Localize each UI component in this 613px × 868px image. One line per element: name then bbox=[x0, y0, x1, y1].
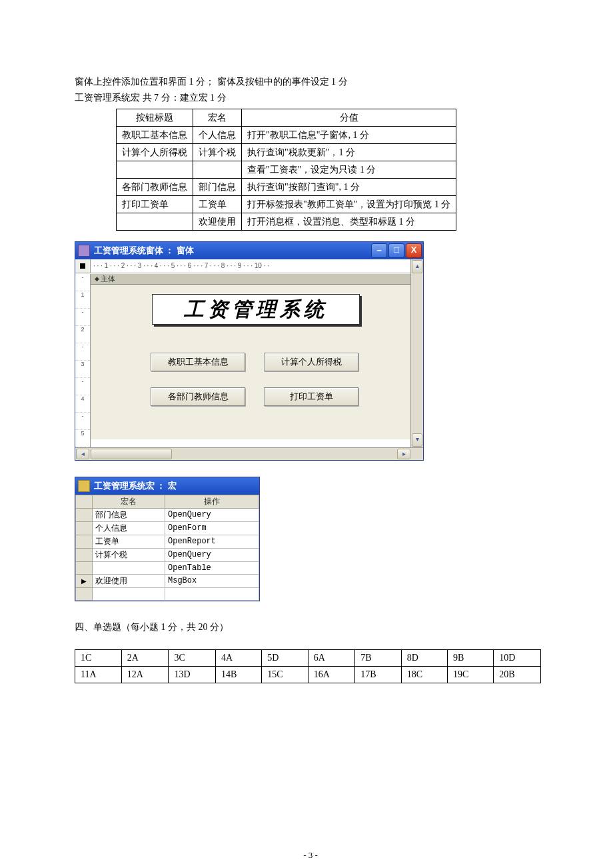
table-row[interactable]: OpenTable bbox=[76, 561, 259, 574]
maximize-button[interactable]: □ bbox=[388, 243, 404, 258]
macro-name-header: 宏名 bbox=[93, 495, 165, 508]
score-head-macro-name: 宏名 bbox=[193, 109, 242, 126]
scroll-right-button[interactable]: ▸ bbox=[397, 449, 410, 459]
close-button[interactable]: X bbox=[406, 243, 422, 258]
table-row[interactable]: 计算个税OpenQuery bbox=[76, 548, 259, 561]
calc-tax-button[interactable]: 计算个人所得税 bbox=[264, 353, 358, 371]
page-number: - 3 - bbox=[75, 850, 546, 861]
table-row[interactable]: 部门信息OpenQuery bbox=[76, 508, 259, 521]
vertical-ruler[interactable]: - 1 - 2 - 3 - 4 - 5 bbox=[75, 274, 91, 447]
horizontal-ruler[interactable]: · · · 1 · · · 2 · · · 3 · · · 4 · · · 5 … bbox=[91, 259, 410, 273]
horizontal-scrollbar[interactable]: ◂ ▸ bbox=[75, 447, 423, 460]
table-row[interactable]: 个人信息OpenForm bbox=[76, 521, 259, 535]
score-head-score: 分值 bbox=[242, 109, 456, 126]
table-row[interactable]: ▶欢迎使用MsgBox bbox=[76, 574, 259, 587]
form-designer-window: 工资管理系统窗体 ： 窗体 – □ X · · · 1 · · · 2 · · … bbox=[75, 241, 424, 461]
table-row: 打印工资单 工资单 打开标签报表"教师工资单"，设置为打印预览 1 分 bbox=[117, 195, 456, 213]
table-row[interactable] bbox=[76, 587, 259, 600]
table-row: 1C 2A 3C 4A 5D 6A 7B 8D 9B 10D bbox=[75, 650, 541, 667]
section-4-title: 四、单选题（每小题 1 分，共 20 分） bbox=[75, 620, 546, 635]
intro-line-2: 工资管理系统宏 共 7 分：建立宏 1 分 bbox=[75, 91, 546, 105]
form-canvas[interactable]: 主体 工资管理系统 教职工基本信息 计算个人所得税 各部门教师信息 打印工资单 bbox=[91, 274, 410, 439]
titlebar[interactable]: 工资管理系统窗体 ： 窗体 – □ X bbox=[75, 242, 423, 259]
macro-icon bbox=[78, 480, 90, 492]
minimize-button[interactable]: – bbox=[371, 243, 387, 258]
answers-table: 1C 2A 3C 4A 5D 6A 7B 8D 9B 10D 11A 12A 1… bbox=[75, 649, 541, 683]
table-row: 11A 12A 13D 14B 15C 16A 17B 18C 19C 20B bbox=[75, 667, 541, 683]
scroll-down-button[interactable]: ▾ bbox=[412, 433, 422, 447]
table-row[interactable]: 工资单OpenReport bbox=[76, 535, 259, 548]
print-payroll-button[interactable]: 打印工资单 bbox=[264, 387, 358, 406]
scoring-table: 按钮标题 宏名 分值 教职工基本信息 个人信息 打开"教职工信息"子窗体, 1 … bbox=[116, 109, 456, 231]
vertical-scrollbar[interactable]: ▾ bbox=[410, 274, 423, 447]
macro-action-header: 操作 bbox=[165, 495, 259, 508]
table-row: 各部门教师信息 部门信息 执行查询"按部门查询", 1 分 bbox=[117, 178, 456, 195]
intro-line-1: 窗体上控件添加位置和界面 1 分； 窗体及按钮中的的事件设定 1 分 bbox=[75, 75, 546, 89]
staff-info-button[interactable]: 教职工基本信息 bbox=[151, 353, 245, 371]
form-icon bbox=[78, 245, 90, 257]
window-title: 工资管理系统窗体 ： 窗体 bbox=[93, 245, 371, 257]
table-row: 计算个人所得税 计算个税 执行查询"税款更新"，1 分 bbox=[117, 143, 456, 161]
dept-teacher-button[interactable]: 各部门教师信息 bbox=[151, 387, 245, 406]
section-header-body[interactable]: 主体 bbox=[91, 274, 410, 285]
table-row: 查看"工资表"，设定为只读 1 分 bbox=[117, 161, 456, 178]
macro-window: 工资管理系统宏 ： 宏 宏名 操作 部门信息OpenQuery 个人信息Open… bbox=[75, 477, 260, 601]
score-head-button-title: 按钮标题 bbox=[117, 109, 193, 126]
scroll-thumb[interactable] bbox=[91, 449, 172, 459]
form-title-label[interactable]: 工资管理系统 bbox=[152, 294, 360, 325]
ruler-corner[interactable] bbox=[75, 259, 91, 273]
scroll-left-button[interactable]: ◂ bbox=[76, 449, 89, 459]
row-selector-header bbox=[76, 495, 93, 508]
scroll-up-button[interactable]: ▴ bbox=[412, 260, 422, 273]
titlebar[interactable]: 工资管理系统宏 ： 宏 bbox=[75, 477, 259, 495]
macro-table[interactable]: 宏名 操作 部门信息OpenQuery 个人信息OpenForm 工资单Open… bbox=[75, 495, 259, 601]
table-row: 教职工基本信息 个人信息 打开"教职工信息"子窗体, 1 分 bbox=[117, 126, 456, 143]
table-row: 欢迎使用 打开消息框，设置消息、类型和标题 1 分 bbox=[117, 213, 456, 230]
window-title: 工资管理系统宏 ： 宏 bbox=[93, 480, 259, 492]
